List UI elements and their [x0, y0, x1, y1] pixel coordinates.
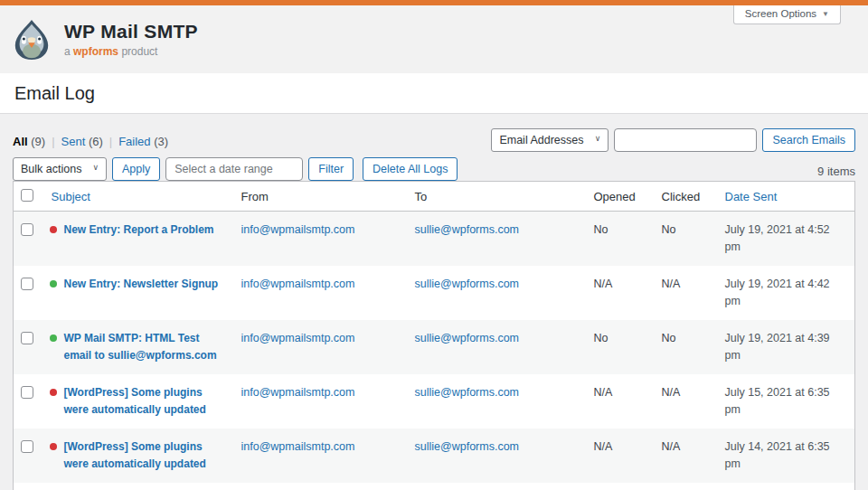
subject-link[interactable]: New Entry: Report a Problem — [64, 223, 214, 236]
column-header-date-sent[interactable]: Date Sent — [718, 182, 855, 212]
row-checkbox[interactable] — [21, 386, 33, 399]
clicked-cell: No — [655, 212, 718, 267]
view-separator: | — [109, 135, 112, 148]
tagline-suffix: product — [121, 45, 157, 58]
opened-cell: N/A — [587, 429, 655, 483]
date-sent-cell: July 19, 2021 at 4:39 pm — [718, 320, 855, 374]
clicked-cell: N/A — [655, 429, 718, 483]
title-block: WP Mail SMTP a wpforms product — [64, 21, 198, 58]
app-title: WP Mail SMTP — [64, 21, 198, 42]
to-email-link[interactable]: sullie@wpforms.com — [415, 332, 520, 344]
subject-link[interactable]: [WordPress] Some plugins were automatica… — [64, 386, 206, 416]
row-checkbox[interactable] — [21, 223, 33, 236]
row-select-cell — [14, 212, 41, 267]
subject-link[interactable]: [WordPress] Some plugins were automatica… — [64, 440, 206, 470]
subject-link[interactable]: New Entry: Newsletter Signup — [64, 278, 219, 290]
from-cell: info@wpmailsmtp.com — [234, 429, 408, 483]
from-cell: info@wpmailsmtp.com — [234, 374, 408, 429]
view-filter-sent[interactable]: Sent (6) — [61, 135, 103, 148]
row-checkbox[interactable] — [21, 278, 33, 290]
to-cell: sullie@wpforms.com — [408, 266, 587, 320]
row-select-cell — [14, 266, 41, 320]
table-row: New Entry: Report a Probleminfo@wpmailsm… — [14, 212, 855, 267]
from-email-link[interactable]: info@wpmailsmtp.com — [241, 386, 355, 399]
table-header: SubjectFromToOpenedClickedDate Sent — [14, 182, 855, 212]
from-email-link[interactable]: info@wpmailsmtp.com — [241, 223, 355, 236]
subject-cell: Your Weekly WPForms Summary — [41, 483, 234, 490]
bulk-actions-select-wrap: Bulk actions — [13, 157, 107, 181]
table-body: New Entry: Report a Probleminfo@wpmailsm… — [14, 212, 855, 490]
to-email-link[interactable]: sullie@wpforms.com — [415, 440, 520, 453]
screen-options-label: Screen Options — [745, 8, 816, 19]
subject-cell: [WordPress] Some plugins were automatica… — [41, 429, 234, 483]
from-email-link[interactable]: info@wpmailsmtp.com — [241, 332, 355, 344]
opened-cell: N/A — [587, 374, 655, 429]
from-email-link[interactable]: info@wpmailsmtp.com — [241, 278, 355, 290]
from-cell: info@wpmailsmtp.com — [234, 320, 408, 374]
screen-options-button[interactable]: Screen Options ▼ — [733, 5, 841, 24]
table-row: Your Weekly WPForms Summaryinfo@wpmailsm… — [14, 483, 855, 490]
app-tagline: a wpforms product — [64, 45, 198, 58]
to-email-link[interactable]: sullie@wpforms.com — [415, 223, 520, 236]
view-filter-link[interactable]: Failed — [118, 135, 150, 148]
column-header-subject[interactable]: Subject — [41, 182, 234, 212]
table-row: WP Mail SMTP: HTML Test email to sullie@… — [14, 320, 855, 374]
subject-link[interactable]: WP Mail SMTP: HTML Test email to sullie@… — [64, 332, 217, 362]
column-header-from: From — [234, 182, 408, 212]
column-header-clicked: Clicked — [655, 182, 718, 212]
page-title: Email Log — [14, 83, 95, 104]
search-form: Email Addresses Search Emails — [491, 128, 855, 152]
view-filter-count: (9) — [28, 135, 46, 148]
search-input[interactable] — [614, 128, 757, 152]
subject-cell: WP Mail SMTP: HTML Test email to sullie@… — [41, 320, 234, 374]
search-mode-select-wrap: Email Addresses — [491, 128, 609, 152]
row-select-cell — [14, 483, 41, 490]
apply-button[interactable]: Apply — [112, 157, 160, 181]
status-dot-sent — [50, 335, 57, 342]
to-cell: sullie@wpforms.com — [408, 374, 587, 429]
clicked-cell: No — [655, 320, 718, 374]
view-filter-link[interactable]: All — [13, 135, 28, 148]
row-select-cell — [14, 374, 41, 429]
status-dot-sent — [50, 280, 57, 287]
to-email-link[interactable]: sullie@wpforms.com — [415, 386, 520, 399]
view-filter-count: (6) — [85, 135, 103, 148]
status-dot-failed — [50, 389, 57, 396]
view-filter-link[interactable]: Sent — [61, 135, 86, 148]
column-header-to: To — [408, 182, 587, 212]
tagline-prefix: a — [64, 45, 71, 58]
date-range-input[interactable] — [165, 157, 303, 181]
row-checkbox[interactable] — [21, 440, 33, 453]
search-emails-button[interactable]: Search Emails — [762, 128, 855, 152]
status-dot-failed — [50, 443, 57, 450]
view-separator: | — [52, 135, 54, 148]
bulk-actions-toolbar: Bulk actions Apply Filter Delete All Log… — [13, 157, 458, 181]
view-filter-all[interactable]: All (9) — [13, 135, 45, 148]
from-cell: info@wpmailsmtp.com — [234, 483, 408, 490]
search-mode-select[interactable]: Email Addresses — [491, 128, 609, 152]
view-filters: All (9)|Sent (6)|Failed (3) — [13, 128, 168, 148]
to-email-link[interactable]: sullie@wpforms.com — [415, 278, 520, 290]
row-select-cell — [14, 320, 41, 374]
from-email-link[interactable]: info@wpmailsmtp.com — [241, 440, 355, 453]
date-sent-cell: July 19, 2021 at 4:52 pm — [718, 212, 855, 267]
view-filter-count: (3) — [151, 135, 169, 148]
select-all-checkbox[interactable] — [21, 189, 33, 202]
status-dot-failed — [50, 226, 57, 233]
filter-button[interactable]: Filter — [308, 157, 354, 181]
from-cell: info@wpmailsmtp.com — [234, 266, 408, 320]
table-row: [WordPress] Some plugins were automatica… — [14, 374, 855, 429]
row-checkbox[interactable] — [21, 332, 33, 344]
delete-all-logs-button[interactable]: Delete All Logs — [363, 157, 458, 181]
bulk-actions-select[interactable]: Bulk actions — [13, 157, 107, 181]
clicked-cell: N/A — [655, 266, 718, 320]
to-cell: sullie@wpforms.com — [408, 212, 587, 267]
table-row: New Entry: Newsletter Signupinfo@wpmails… — [14, 266, 855, 320]
opened-cell: N/A — [587, 266, 655, 320]
column-header-opened: Opened — [587, 182, 655, 212]
table-row: [WordPress] Some plugins were automatica… — [14, 429, 855, 483]
opened-cell: Yes — [587, 483, 655, 490]
opened-cell: No — [587, 212, 655, 267]
items-count: 9 items — [817, 161, 855, 178]
view-filter-failed[interactable]: Failed (3) — [118, 135, 168, 148]
